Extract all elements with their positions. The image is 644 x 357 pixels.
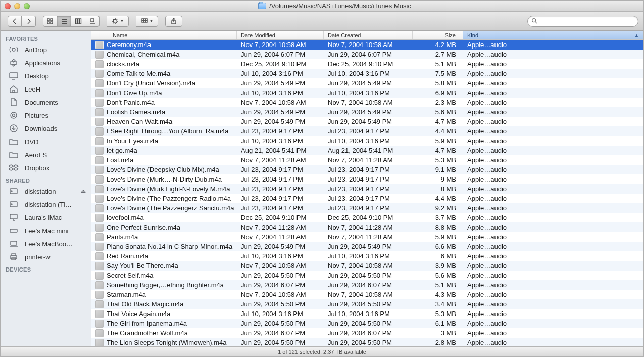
file-row[interactable]: The Lion Sleeps Tonight (Wimoweh).m4aJun… — [91, 338, 643, 346]
folder-proxy-icon[interactable] — [258, 3, 266, 9]
minimize-button[interactable] — [14, 3, 20, 9]
sidebar-item[interactable]: printer-w — [1, 250, 91, 263]
column-view-button[interactable] — [71, 16, 85, 27]
file-list-pane: Name Date Modified Date Created Size Kin… — [91, 31, 643, 346]
file-row[interactable]: Foolish Games.m4aJun 29, 2004 5:49 PMJun… — [91, 107, 643, 117]
column-header-name[interactable]: Name — [91, 31, 237, 39]
column-header-kind[interactable]: Kind▲ — [463, 31, 643, 39]
file-row[interactable]: Say You'll Be There.m4aNov 7, 2004 10:58… — [91, 261, 643, 271]
search-input[interactable] — [527, 16, 638, 27]
titlebar[interactable]: /Volumes/Music/NAS iTunes/Music/iTunes M… — [1, 1, 643, 12]
forward-button[interactable] — [22, 16, 36, 27]
sidebar-item[interactable]: Downloads — [1, 122, 91, 135]
sidebar-devices-header[interactable]: DEVICES — [1, 263, 91, 274]
svg-rect-3 — [51, 22, 53, 24]
file-modified: Jul 23, 2004 9:17 PM — [237, 185, 324, 193]
icon-view-button[interactable] — [43, 16, 57, 27]
file-row[interactable]: Something Bigger,…ething Brighter.m4aJun… — [91, 280, 643, 290]
apps-icon — [8, 58, 20, 68]
file-row[interactable]: The Girl from Ipanema.m4aJun 29, 2004 5:… — [91, 319, 643, 328]
file-row[interactable]: Love's Divine (Deepsky Club Mix).m4aJul … — [91, 165, 643, 174]
arrange-menu-button[interactable]: ▼ — [136, 16, 158, 27]
file-row[interactable]: Starman.m4aNov 7, 2004 10:58 AMNov 7, 20… — [91, 290, 643, 299]
column-header-size[interactable]: Size — [413, 31, 463, 39]
file-row[interactable]: Pants.m4aNov 7, 2004 11:28 AMNov 7, 2004… — [91, 232, 643, 242]
file-row[interactable]: lovefool.m4aDec 25, 2004 9:10 PMDec 25, … — [91, 213, 643, 222]
sidebar-item[interactable]: Laura's iMac — [1, 211, 91, 224]
sidebar[interactable]: FAVORITES AirDropApplicationsDesktopLeeH… — [1, 31, 91, 346]
sidebar-item[interactable]: Lee's MacBoo… — [1, 237, 91, 250]
file-row[interactable]: Don't Panic.m4aNov 7, 2004 10:58 AMNov 7… — [91, 98, 643, 107]
sidebar-item[interactable]: Documents — [1, 96, 91, 109]
sidebar-favorites-header[interactable]: FAVORITES — [1, 33, 91, 43]
file-row[interactable]: One Perfect Sunrise.m4aNov 7, 2004 11:28… — [91, 222, 643, 232]
file-row[interactable]: Secret Self.m4aJun 29, 2004 5:50 PMJun 2… — [91, 271, 643, 280]
file-row[interactable]: Don't Cry (Uncut Version).m4aJun 29, 200… — [91, 78, 643, 88]
file-created: Jul 10, 2004 3:16 PM — [324, 89, 413, 97]
sort-ascending-icon: ▲ — [634, 33, 639, 38]
column-header-created[interactable]: Date Created — [324, 31, 413, 39]
file-row[interactable]: In Your Eyes.m4aJul 10, 2004 3:16 PMJul … — [91, 136, 643, 146]
file-row[interactable]: Heaven Can Wait.m4aJun 29, 2004 5:49 PMJ… — [91, 117, 643, 126]
file-created: Jul 10, 2004 3:16 PM — [324, 137, 413, 145]
svg-rect-15 — [146, 19, 147, 20]
chevron-down-icon: ▼ — [150, 19, 154, 23]
file-created: Jun 29, 2004 5:50 PM — [324, 272, 413, 279]
share-button[interactable] — [165, 16, 182, 27]
eject-icon[interactable]: ⏏ — [81, 188, 86, 195]
file-created: Nov 7, 2004 10:58 AM — [324, 99, 413, 106]
file-row[interactable]: clocks.m4aDec 25, 2004 9:10 PMDec 25, 20… — [91, 59, 643, 69]
file-row[interactable]: That Voice Again.m4aJul 10, 2004 3:16 PM… — [91, 309, 643, 319]
action-menu-button[interactable]: ▼ — [107, 16, 129, 27]
file-created: Dec 25, 2004 9:10 PM — [324, 60, 413, 68]
svg-point-27 — [11, 112, 17, 118]
sidebar-item[interactable]: diskstation (Ti… — [1, 198, 91, 211]
sidebar-item[interactable]: Desktop — [1, 69, 91, 82]
file-row[interactable]: Lost.m4aNov 7, 2004 11:28 AMNov 7, 2004 … — [91, 155, 643, 165]
svg-rect-17 — [144, 21, 145, 22]
file-row[interactable]: Don't Give Up.m4aJul 10, 2004 3:16 PMJul… — [91, 88, 643, 98]
sidebar-item[interactable]: AirDrop — [1, 43, 91, 56]
file-row[interactable]: Love's Divine (Murk Light-N-Lovely M.m4a… — [91, 184, 643, 194]
file-row[interactable]: Love's Divine (Murk…-N-Dirty Dub.m4aJul … — [91, 174, 643, 184]
list-view-button[interactable] — [57, 16, 71, 27]
file-row[interactable]: Love's Divine (The Pazzengerz Sanctu.m4a… — [91, 203, 643, 213]
column-header-modified[interactable]: Date Modified — [237, 31, 324, 39]
sidebar-item-label: AirDrop — [25, 46, 47, 54]
file-row[interactable]: Chemical, Chemical.m4aJun 29, 2004 6:07 … — [91, 50, 643, 59]
zoom-button[interactable] — [24, 3, 30, 9]
sidebar-item[interactable]: diskstation⏏ — [1, 185, 91, 198]
file-kind: Apple…audio — [463, 175, 643, 183]
file-name: Ceremony.m4a — [107, 41, 151, 49]
svg-rect-24 — [10, 73, 18, 78]
sidebar-item[interactable]: Dropbox — [1, 161, 91, 174]
sidebar-item[interactable]: Lee's Mac mini — [1, 224, 91, 237]
file-name: That Old Black Magic.m4a — [107, 300, 183, 308]
file-row[interactable]: Ceremony.m4aNov 7, 2004 10:58 AMNov 7, 2… — [91, 40, 643, 50]
sidebar-item[interactable]: DVD — [1, 135, 91, 148]
svg-rect-7 — [75, 19, 77, 24]
back-button[interactable] — [8, 16, 22, 27]
file-row[interactable]: Red Rain.m4aJul 10, 2004 3:16 PMJul 10, … — [91, 251, 643, 261]
file-row[interactable]: Love's Divine (The Pazzengerz Radio.m4aJ… — [91, 194, 643, 203]
sidebar-item[interactable]: LeeH — [1, 82, 91, 96]
file-modified: Dec 25, 2004 9:10 PM — [237, 214, 324, 221]
file-created: Nov 7, 2004 10:58 AM — [324, 41, 413, 49]
file-row[interactable]: I See Right Throug…You (Album_Ra.m4aJul … — [91, 126, 643, 136]
file-rows[interactable]: Ceremony.m4aNov 7, 2004 10:58 AMNov 7, 2… — [91, 40, 643, 346]
sidebar-item[interactable]: Applications — [1, 56, 91, 69]
file-row[interactable]: The Grandmother Wolf.m4aJun 29, 2004 6:0… — [91, 328, 643, 338]
sidebar-shared-header[interactable]: SHARED — [1, 174, 91, 185]
sidebar-item[interactable]: AeroFS — [1, 148, 91, 161]
file-row[interactable]: let go.m4aAug 21, 2004 5:41 PMAug 21, 20… — [91, 146, 643, 155]
file-row[interactable]: Come Talk to Me.m4aJul 10, 2004 3:16 PMJ… — [91, 69, 643, 78]
close-button[interactable] — [5, 3, 11, 9]
file-row[interactable]: Piano Sonata No.14 in C Sharp Minor,.m4a… — [91, 242, 643, 251]
file-row[interactable]: That Old Black Magic.m4aJun 29, 2004 5:5… — [91, 299, 643, 309]
svg-rect-34 — [10, 214, 17, 219]
file-kind: Apple…audio — [463, 127, 643, 135]
sidebar-item[interactable]: Pictures — [1, 109, 91, 122]
search-field[interactable] — [527, 16, 638, 27]
file-name: Red Rain.m4a — [107, 252, 148, 260]
coverflow-view-button[interactable] — [85, 16, 100, 27]
